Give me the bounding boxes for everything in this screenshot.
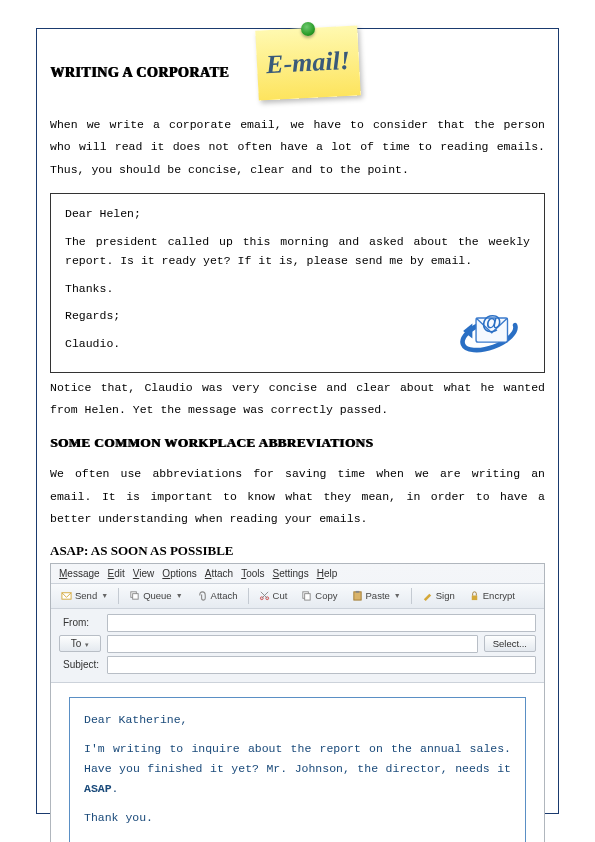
queue-button[interactable]: Queue ▼: [125, 588, 186, 603]
sign-button[interactable]: Sign: [418, 588, 459, 603]
scissors-icon: [259, 590, 270, 601]
pushpin-icon: [301, 22, 315, 36]
compose-signature: Albert Simon, Sales Rep at the Voyage.: [84, 837, 511, 842]
menu-edit[interactable]: Edit: [108, 568, 125, 579]
document-content: Writing a Corporate E-mail! When we writ…: [50, 40, 545, 802]
abbrev-intro-paragraph: We often use abbreviations for saving ti…: [50, 463, 545, 530]
main-title: Writing a Corporate: [50, 65, 229, 81]
chevron-down-icon: ▼: [394, 592, 401, 599]
menu-settings[interactable]: Settings: [273, 568, 309, 579]
email-client-window: Message Edit View Options Attach Tools S…: [50, 563, 545, 842]
compose-body: I'm writing to inquire about the report …: [84, 739, 511, 799]
subject-label: Subject:: [59, 657, 101, 672]
cut-button[interactable]: Cut: [255, 588, 292, 603]
toolbar: Send ▼ Queue ▼ Attach Cut Copy: [51, 584, 544, 609]
chevron-down-icon: ▼: [176, 592, 183, 599]
menu-tools[interactable]: Tools: [241, 568, 264, 579]
to-label: To: [71, 638, 82, 649]
compose-body-pre: I'm writing to inquire about the report …: [84, 742, 511, 775]
svg-rect-15: [472, 596, 478, 601]
copy-button[interactable]: Copy: [297, 588, 341, 603]
encrypt-label: Encrypt: [483, 590, 515, 601]
toolbar-separator: [248, 588, 249, 604]
svg-rect-13: [353, 592, 360, 600]
title-row: Writing a Corporate E-mail!: [50, 48, 545, 98]
email-thanks: Thanks.: [65, 279, 530, 299]
lock-icon: [469, 590, 480, 601]
pen-icon: [422, 590, 433, 601]
menu-attach[interactable]: Attach: [205, 568, 233, 579]
toolbar-separator: [118, 588, 119, 604]
menu-message[interactable]: Message: [59, 568, 100, 579]
compose-thanks: Thank you.: [84, 808, 511, 828]
select-button[interactable]: Select...: [484, 635, 536, 652]
to-row: To ▾ Select...: [59, 635, 536, 653]
svg-rect-14: [355, 591, 359, 593]
header-fields: From: To ▾ Select... Subject:: [51, 609, 544, 683]
email-body: The president called up this morning and…: [65, 232, 530, 271]
subject-input[interactable]: [107, 656, 536, 674]
copy-label: Copy: [315, 590, 337, 601]
clipboard-icon: [352, 590, 363, 601]
from-row: From:: [59, 614, 536, 632]
sticky-note-paper: E-mail!: [255, 25, 361, 100]
from-label: From:: [59, 615, 101, 630]
subject-row: Subject:: [59, 656, 536, 674]
asap-text: ASAP: [84, 782, 112, 795]
from-input[interactable]: [107, 614, 536, 632]
intro-paragraph: When we write a corporate email, we have…: [50, 114, 545, 181]
paperclip-icon: [197, 590, 208, 601]
send-icon: [61, 590, 72, 601]
svg-text:@: @: [482, 311, 502, 333]
email-at-icon: @: [452, 300, 526, 362]
attach-label: Attach: [211, 590, 238, 601]
toolbar-separator: [411, 588, 412, 604]
queue-label: Queue: [143, 590, 172, 601]
sticky-note: E-mail!: [257, 28, 359, 98]
compose-greeting: Dear Katherine,: [84, 710, 511, 730]
menu-options[interactable]: Options: [162, 568, 196, 579]
chevron-down-icon: ▾: [85, 641, 89, 648]
attach-button[interactable]: Attach: [193, 588, 242, 603]
to-button[interactable]: To ▾: [59, 635, 101, 652]
send-button[interactable]: Send ▼: [57, 588, 112, 603]
sample-email-box: Dear Helen; The president called up this…: [50, 193, 545, 372]
email-greeting: Dear Helen;: [65, 204, 530, 224]
cut-label: Cut: [273, 590, 288, 601]
send-label: Send: [75, 590, 97, 601]
paste-button[interactable]: Paste ▼: [348, 588, 405, 603]
svg-rect-12: [305, 594, 311, 600]
after-email-paragraph: Notice that, Claudio was very concise an…: [50, 377, 545, 422]
compose-body-post: .: [112, 782, 119, 795]
menu-help[interactable]: Help: [317, 568, 338, 579]
to-input[interactable]: [107, 635, 478, 653]
section-abbreviations-title: Some Common Workplace Abbreviations: [50, 435, 545, 451]
sign-label: Sign: [436, 590, 455, 601]
svg-rect-6: [133, 594, 139, 600]
paste-label: Paste: [366, 590, 390, 601]
encrypt-button[interactable]: Encrypt: [465, 588, 519, 603]
menubar: Message Edit View Options Attach Tools S…: [51, 564, 544, 584]
compose-inner: Dear Katherine, I'm writing to inquire a…: [69, 697, 526, 842]
copy-icon: [301, 590, 312, 601]
asap-heading: ASAP: AS SOON AS POSSIBLE: [50, 543, 545, 559]
chevron-down-icon: ▼: [101, 592, 108, 599]
menu-view[interactable]: View: [133, 568, 155, 579]
compose-area[interactable]: Dear Katherine, I'm writing to inquire a…: [51, 683, 544, 842]
queue-icon: [129, 590, 140, 601]
